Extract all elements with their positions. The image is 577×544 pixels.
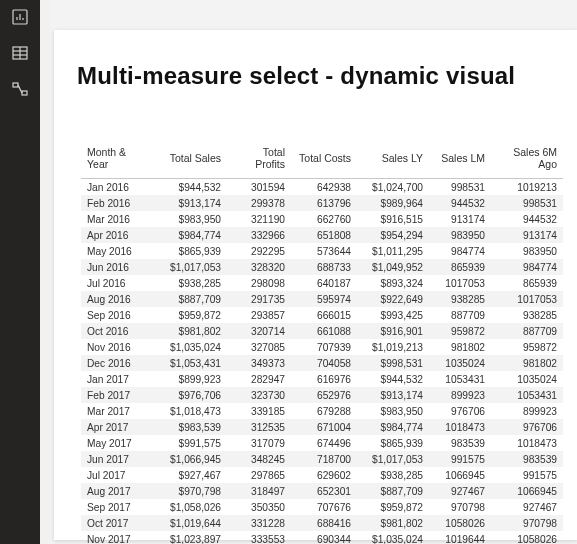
table-cell: 652976	[291, 387, 357, 403]
table-cell: Feb 2016	[81, 195, 155, 211]
table-cell: 1019644	[429, 531, 491, 544]
table-cell: 312535	[227, 419, 291, 435]
table-row[interactable]: Dec 2016$1,053,431349373704058$998,53110…	[81, 355, 563, 371]
table-cell: $899,923	[155, 371, 227, 387]
table-cell: 998531	[491, 195, 563, 211]
column-header[interactable]: Sales LM	[429, 142, 491, 179]
table-row[interactable]: Sep 2017$1,058,026350350707676$959,87297…	[81, 499, 563, 515]
table-cell: 1035024	[429, 355, 491, 371]
table-cell: $887,709	[357, 483, 429, 499]
table-row[interactable]: Aug 2016$887,709291735595974$922,6499382…	[81, 291, 563, 307]
table-cell: Jul 2017	[81, 467, 155, 483]
table-cell: $1,011,295	[357, 243, 429, 259]
column-header[interactable]: Month & Year	[81, 142, 155, 179]
table-row[interactable]: Apr 2017$983,539312535671004$984,7741018…	[81, 419, 563, 435]
table-row[interactable]: Feb 2017$976,706323730652976$913,1748999…	[81, 387, 563, 403]
table-cell: 927467	[491, 499, 563, 515]
table-cell: 573644	[291, 243, 357, 259]
table-cell: $991,575	[155, 435, 227, 451]
table-cell: $983,539	[155, 419, 227, 435]
table-row[interactable]: Feb 2016$913,174299378613796$989,9649445…	[81, 195, 563, 211]
table-cell: 317079	[227, 435, 291, 451]
table-cell: 642938	[291, 179, 357, 196]
table-cell: $983,950	[155, 211, 227, 227]
table-row[interactable]: May 2017$991,575317079674496$865,9399835…	[81, 435, 563, 451]
table-cell: $984,774	[357, 419, 429, 435]
table-row[interactable]: Jul 2017$927,467297865629602$938,2851066…	[81, 467, 563, 483]
svg-rect-9	[22, 91, 27, 95]
table-cell: $976,706	[155, 387, 227, 403]
table-row[interactable]: Mar 2016$983,950321190662760$916,5159131…	[81, 211, 563, 227]
table-row[interactable]: Sep 2016$959,872293857666015$993,4258877…	[81, 307, 563, 323]
table-cell: 887709	[429, 307, 491, 323]
column-header[interactable]: Sales LY	[357, 142, 429, 179]
table-cell: $913,174	[155, 195, 227, 211]
table-row[interactable]: Jun 2017$1,066,945348245718700$1,017,053…	[81, 451, 563, 467]
table-cell: 970798	[491, 515, 563, 531]
table-cell: 984774	[491, 259, 563, 275]
table-cell: Apr 2016	[81, 227, 155, 243]
table-cell: 976706	[429, 403, 491, 419]
table-cell: $938,285	[155, 275, 227, 291]
table-cell: 298098	[227, 275, 291, 291]
table-cell: $916,901	[357, 323, 429, 339]
table-cell: $944,532	[155, 179, 227, 196]
table-cell: 983539	[429, 435, 491, 451]
app-sidebar	[0, 0, 40, 544]
table-cell: Mar 2016	[81, 211, 155, 227]
matrix-visual[interactable]: Month & YearTotal SalesTotal ProfitsTota…	[81, 142, 561, 544]
table-body: Jan 2016$944,532301594642938$1,024,70099…	[81, 179, 563, 545]
table-row[interactable]: Aug 2017$970,798318497652301$887,7099274…	[81, 483, 563, 499]
table-cell: 321190	[227, 211, 291, 227]
table-cell: 1018473	[491, 435, 563, 451]
table-cell: Jun 2017	[81, 451, 155, 467]
table-cell: 328320	[227, 259, 291, 275]
table-row[interactable]: Oct 2017$1,019,644331228688416$981,80210…	[81, 515, 563, 531]
chart-bar-icon[interactable]	[11, 8, 29, 26]
table-row[interactable]: Jul 2016$938,285298098640187$893,3241017…	[81, 275, 563, 291]
table-cell: 1053431	[429, 371, 491, 387]
table-cell: Dec 2016	[81, 355, 155, 371]
column-header[interactable]: Total Sales	[155, 142, 227, 179]
table-row[interactable]: Nov 2016$1,035,024327085707939$1,019,213…	[81, 339, 563, 355]
table-cell: 976706	[491, 419, 563, 435]
table-row[interactable]: May 2016$865,939292295573644$1,011,29598…	[81, 243, 563, 259]
column-header[interactable]: Sales 6M Ago	[491, 142, 563, 179]
table-cell: 651808	[291, 227, 357, 243]
table-row[interactable]: Nov 2017$1,023,897333553690344$1,035,024…	[81, 531, 563, 544]
table-cell: 981802	[429, 339, 491, 355]
table-row[interactable]: Jan 2017$899,923282947616976$944,5321053…	[81, 371, 563, 387]
table-cell: 297865	[227, 467, 291, 483]
table-cell: $959,872	[155, 307, 227, 323]
table-cell: $865,939	[357, 435, 429, 451]
table-cell: 970798	[429, 499, 491, 515]
table-row[interactable]: Jan 2016$944,532301594642938$1,024,70099…	[81, 179, 563, 196]
table-cell: $1,018,473	[155, 403, 227, 419]
table-cell: 704058	[291, 355, 357, 371]
column-header[interactable]: Total Costs	[291, 142, 357, 179]
table-cell: 320714	[227, 323, 291, 339]
table-cell: Oct 2017	[81, 515, 155, 531]
table-cell: 349373	[227, 355, 291, 371]
table-row[interactable]: Mar 2017$1,018,473339185679288$983,95097…	[81, 403, 563, 419]
table-cell: $1,017,053	[155, 259, 227, 275]
table-row[interactable]: Apr 2016$984,774332966651808$954,2949839…	[81, 227, 563, 243]
table-row[interactable]: Oct 2016$981,802320714661088$916,9019598…	[81, 323, 563, 339]
table-cell: 688416	[291, 515, 357, 531]
table-row[interactable]: Jun 2016$1,017,053328320688733$1,049,952…	[81, 259, 563, 275]
table-cell: 333553	[227, 531, 291, 544]
table-cell: $983,950	[357, 403, 429, 419]
model-view-icon[interactable]	[11, 80, 29, 98]
table-cell: 983950	[429, 227, 491, 243]
table-cell: 331228	[227, 515, 291, 531]
table-cell: Jan 2017	[81, 371, 155, 387]
table-cell: $959,872	[357, 499, 429, 515]
table-cell: 616976	[291, 371, 357, 387]
table-cell: Jul 2016	[81, 275, 155, 291]
column-header[interactable]: Total Profits	[227, 142, 291, 179]
table-cell: 299378	[227, 195, 291, 211]
table-icon[interactable]	[11, 44, 29, 62]
table-cell: 629602	[291, 467, 357, 483]
svg-rect-8	[13, 83, 18, 87]
table-cell: $1,058,026	[155, 499, 227, 515]
